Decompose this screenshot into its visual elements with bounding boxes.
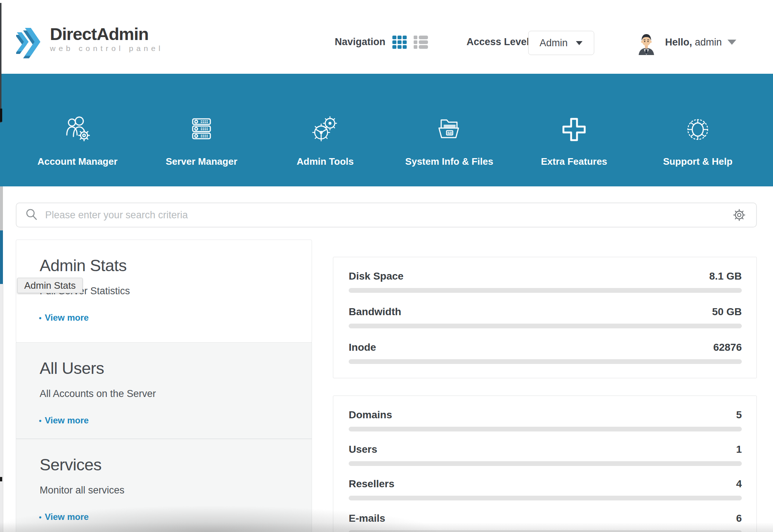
progress-bar [349, 427, 742, 431]
scrollbar-track[interactable] [0, 186, 3, 230]
card-title: Services [40, 455, 102, 474]
nav-item-extra-features[interactable]: Extra Features [510, 114, 638, 167]
card-all-users[interactable]: All Users All Accounts on the Server •Vi… [16, 342, 312, 439]
directadmin-dashboard: DirectAdmin web control panel Navigation… [0, 0, 773, 532]
main-nav-band: Account Manager Server Manager [0, 74, 773, 186]
plus-icon [559, 114, 589, 145]
stat-value: 4 [736, 478, 742, 490]
logo-title: DirectAdmin [50, 25, 163, 43]
stat-row-users: Users 1 [349, 444, 742, 466]
stat-label: Domains [349, 409, 392, 421]
view-more-link[interactable]: •View more [39, 512, 89, 522]
bullet-icon: • [39, 417, 41, 425]
stat-value: 5 [736, 409, 742, 421]
nav-item-label: Account Manager [13, 156, 142, 167]
nav-item-label: System Info & Files [385, 156, 513, 167]
gears-icon [310, 114, 341, 145]
card-account-totals: Domains 5 Users 1 Resellers 4 E-mails 6 [333, 396, 757, 532]
user-menu-chevron-icon[interactable] [727, 40, 736, 45]
card-usage-stats: Disk Space 8.1 GB Bandwidth 50 GB Inode … [333, 257, 757, 378]
access-level-label: Access Level [467, 36, 529, 48]
logo-chevrons-icon [16, 25, 43, 59]
stat-row-resellers: Resellers 4 [349, 478, 742, 500]
nav-item-account-manager[interactable]: Account Manager [13, 114, 142, 167]
nav-item-label: Support & Help [634, 156, 762, 167]
search-input[interactable] [44, 209, 732, 221]
progress-bar [349, 288, 742, 293]
stat-label: Disk Space [349, 270, 403, 282]
logo-subtitle: web control panel [50, 44, 163, 53]
access-level-dropdown[interactable]: Admin [528, 31, 594, 55]
view-more-link[interactable]: •View more [39, 313, 89, 323]
greeting[interactable]: Hello, admin [665, 37, 722, 48]
view-more-link[interactable]: •View more [39, 415, 89, 426]
navigation-label: Navigation [335, 36, 385, 48]
progress-bar [349, 496, 742, 500]
window-edge [0, 3, 1, 123]
avatar[interactable] [638, 33, 655, 55]
tooltip-text: Admin Stats [24, 280, 76, 291]
progress-bar [349, 324, 742, 328]
folder-files-icon [434, 114, 465, 145]
access-level-value: Admin [540, 37, 568, 49]
nav-item-support-help[interactable]: Support & Help [634, 114, 762, 167]
search-bar [16, 203, 757, 227]
lifebuoy-icon [682, 114, 713, 145]
stat-label: Inode [349, 342, 376, 353]
bullet-icon: • [39, 513, 41, 521]
stat-value: 6 [736, 513, 742, 524]
card-subtitle: Monitor all services [40, 485, 124, 496]
progress-bar [349, 461, 742, 466]
stat-value: 1 [736, 444, 742, 455]
progress-bar [349, 530, 742, 532]
chevron-down-icon [576, 41, 583, 45]
stat-label: Users [349, 444, 377, 455]
bullet-icon: • [39, 314, 41, 322]
search-icon [25, 208, 39, 222]
stat-row-inode: Inode 62876 [349, 342, 742, 364]
stat-value: 50 GB [712, 306, 742, 318]
window-edge-mark [0, 109, 2, 122]
greeting-hello: Hello, [665, 37, 692, 48]
nav-item-label: Admin Tools [261, 156, 389, 167]
users-gear-icon [62, 114, 93, 145]
server-stack-icon [186, 114, 217, 145]
stat-row-emails: E-mails 6 [349, 513, 742, 532]
grid-view-icon[interactable] [392, 36, 406, 49]
nav-item-label: Server Manager [137, 156, 266, 167]
card-subtitle: All Accounts on the Server [40, 388, 156, 400]
stat-row-disk-space: Disk Space 8.1 GB [349, 270, 742, 293]
list-view-icon[interactable] [414, 36, 428, 49]
search-settings-gear-icon[interactable] [732, 208, 747, 222]
scrollbar-track-lower[interactable] [0, 284, 3, 532]
stat-label: E-mails [349, 513, 385, 524]
tooltip-admin-stats: Admin Stats [17, 278, 83, 293]
stat-row-bandwidth: Bandwidth 50 GB [349, 306, 742, 328]
card-services[interactable]: Services Monitor all services •View more [16, 439, 312, 532]
nav-item-admin-tools[interactable]: Admin Tools [261, 114, 389, 167]
stat-value: 8.1 GB [709, 270, 742, 282]
greeting-username: admin [695, 37, 722, 48]
stat-label: Bandwidth [349, 306, 401, 318]
nav-item-server-manager[interactable]: Server Manager [137, 114, 266, 167]
progress-bar [349, 359, 742, 364]
card-title: Admin Stats [40, 256, 127, 275]
nav-item-system-info-files[interactable]: System Info & Files [385, 114, 513, 167]
directadmin-logo[interactable]: DirectAdmin web control panel [16, 25, 163, 59]
header: DirectAdmin web control panel Navigation… [0, 0, 773, 74]
nav-item-label: Extra Features [510, 156, 638, 167]
stat-row-domains: Domains 5 [349, 409, 742, 431]
scrollbar-thumb[interactable] [0, 230, 3, 284]
window-edge-mark [0, 477, 2, 481]
stat-value: 62876 [713, 342, 742, 353]
card-title: All Users [40, 359, 104, 378]
stat-label: Resellers [349, 478, 395, 490]
logo-text: DirectAdmin web control panel [50, 25, 163, 53]
